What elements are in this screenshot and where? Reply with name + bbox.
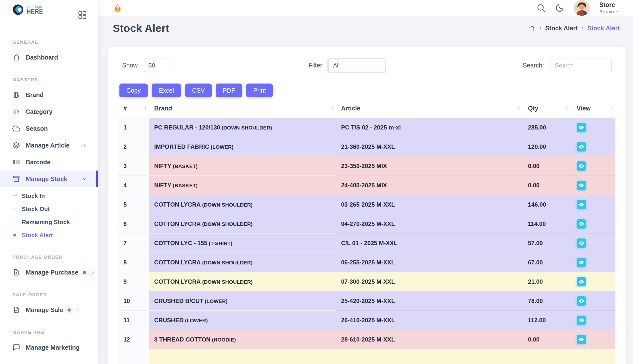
search-input[interactable]: [550, 58, 612, 72]
row-number-cell: 10: [119, 291, 149, 310]
brand-cell: CRUSHED B/CUT (LOWER): [149, 291, 336, 310]
qty-cell: [523, 349, 572, 364]
sort-icon[interactable]: ↑↓: [143, 106, 146, 112]
view-button[interactable]: [577, 335, 586, 344]
main-area: Store Admin Stock Alert / Stock Alert: [98, 0, 633, 364]
dash-marker: [12, 208, 17, 209]
article-cell: 04-270-2025 M-XXL: [336, 214, 523, 234]
breadcrumb: / Stock Alert / Stock Alert: [528, 25, 620, 32]
sidebar-item-dashboard[interactable]: Dashboard: [0, 49, 98, 66]
column-header-qty[interactable]: Qty↑↓: [523, 99, 572, 118]
qty-cell: 285.00: [523, 118, 572, 137]
view-button[interactable]: [577, 219, 586, 228]
table-row: 3NIFTY (BASKET)23-350-2025 MIX0.00: [119, 156, 615, 176]
column-header-brand[interactable]: Brand↑↓: [149, 99, 336, 118]
view-cell: [572, 234, 615, 253]
brand-cell: NIFTY (BASKET): [149, 156, 336, 176]
sidebar-item-manage-sale[interactable]: Manage Sale: [0, 302, 98, 318]
column-header-view[interactable]: View↑↓: [572, 99, 615, 118]
row-number-cell: 1: [119, 118, 149, 137]
view-button[interactable]: [577, 123, 586, 132]
table-row: 2IMPORTED FABRIC (LOWER)21-360-2025 M-XX…: [119, 137, 615, 156]
sidebar-item-category[interactable]: Category: [0, 103, 98, 120]
sidebar-subitem-stock-in[interactable]: Stock In: [0, 189, 98, 202]
qty-cell: 146.00: [523, 195, 572, 214]
view-button[interactable]: [577, 258, 586, 267]
logo[interactable]: your logo HERE: [12, 4, 43, 15]
article-cell: C/L 01 - 2025 M-XXL: [336, 234, 523, 253]
export-copy-button[interactable]: Copy: [120, 84, 148, 97]
section-header-masters: MASTERS: [0, 77, 98, 82]
column-header-article[interactable]: Article↑↓: [336, 99, 523, 118]
active-dot: [13, 234, 16, 236]
sidebar-item-brand[interactable]: BBrand: [0, 86, 98, 103]
qty-cell: 57.00: [523, 234, 572, 253]
article-cell: 03-265-2025 M-XXL: [336, 195, 523, 214]
sort-icon[interactable]: ↑↓: [609, 106, 612, 112]
home-icon[interactable]: [528, 25, 535, 32]
logo-icon: [12, 4, 24, 15]
view-button[interactable]: [577, 142, 586, 152]
sidebar-item-manage-marketing[interactable]: Manage Marketing: [0, 339, 98, 356]
sort-icon[interactable]: ↑↓: [329, 106, 333, 112]
article-cell: 06-255-2025 M-XXL: [336, 253, 523, 272]
table-row: 9COTTON LYCRA (DOWN SHOULDER)07-300-2025…: [119, 272, 615, 291]
dash-marker: [12, 222, 17, 222]
sidebar-subitem-remaining-stock[interactable]: Remaining Stock: [0, 216, 98, 228]
chevron-right-icon: [74, 306, 81, 313]
menu-grid-icon[interactable]: [78, 10, 87, 20]
moon-icon[interactable]: [555, 3, 564, 12]
brand-cell: CRUSHED (LOWER): [149, 310, 336, 330]
user-menu[interactable]: Store Admin: [599, 1, 620, 14]
article-cell: 26-410-2025 M-XXL: [336, 310, 523, 330]
sidebar-nav: GENERALDashboardMASTERSBBrandCategorySea…: [0, 20, 98, 356]
table-row: 11CRUSHED (LOWER)26-410-2025 M-XXL112.00: [119, 310, 615, 330]
view-button[interactable]: [577, 181, 586, 190]
avatar[interactable]: [574, 0, 590, 16]
article-icon: [12, 141, 20, 149]
sidebar-item-barcode[interactable]: Barcode: [0, 154, 98, 170]
sidebar-subitem-stock-out[interactable]: Stock Out: [0, 202, 98, 216]
brand-cell: COTTON LYC - 155 (T-SHIRT): [149, 234, 336, 253]
chevron-down-icon: [615, 10, 620, 14]
page-title: Stock Alert: [113, 22, 169, 34]
stock-table: #↑↓Brand↑↓Article↑↓Qty↑↓View↑↓ 1PC REGUL…: [119, 99, 615, 364]
sidebar-item-manage-stock[interactable]: Manage Stock: [0, 170, 98, 187]
view-button[interactable]: [577, 316, 586, 325]
sidebar-item-manage-purchase[interactable]: Manage Purchase: [0, 264, 98, 281]
sort-icon[interactable]: ↑↓: [565, 106, 568, 112]
view-cell: [572, 118, 615, 137]
sidebar-item-manage-article[interactable]: Manage Article: [0, 137, 98, 154]
view-button[interactable]: [577, 161, 586, 171]
export-csv-button[interactable]: CSV: [185, 84, 212, 97]
view-button[interactable]: [577, 200, 586, 209]
table-body: 1PC REGULAR - 120/130 (DOWN SHOULDER)PC …: [119, 118, 615, 364]
show-entries-input[interactable]: [144, 58, 171, 72]
table-controls: Show Filter Search:: [119, 58, 615, 72]
home-icon: [12, 54, 20, 61]
search-icon[interactable]: [536, 3, 546, 12]
view-button[interactable]: [577, 277, 586, 286]
view-button[interactable]: [577, 238, 586, 248]
breadcrumb-current: Stock Alert: [587, 25, 620, 32]
export-pdf-button[interactable]: PDF: [216, 84, 242, 97]
brand-cell: COTTON LYCRA (DOWN SHOULDER): [149, 214, 336, 234]
breadcrumb-separator: /: [539, 25, 541, 32]
export-print-button[interactable]: Print: [246, 84, 273, 97]
stock-icon: [12, 175, 20, 183]
sort-icon[interactable]: ↑↓: [516, 106, 519, 112]
qty-cell: 120.00: [523, 137, 572, 156]
sidebar-header: your logo HERE: [0, 0, 98, 20]
view-cell: [572, 176, 615, 195]
sidebar-item-season[interactable]: Season: [0, 120, 98, 137]
sidebar-subitem-stock-alert[interactable]: Stock Alert: [0, 228, 98, 242]
export-excel-button[interactable]: Excel: [152, 84, 181, 97]
view-cell: [572, 272, 615, 291]
column-header-num[interactable]: #↑↓: [119, 99, 149, 118]
search-label: Search:: [523, 62, 544, 69]
breadcrumb-item[interactable]: Stock Alert: [545, 25, 578, 32]
filter-input[interactable]: [328, 58, 385, 72]
app-root: your logo HERE GENERALDashboardMASTERSBB…: [0, 0, 633, 364]
view-cell: [572, 156, 615, 176]
view-button[interactable]: [577, 296, 586, 306]
